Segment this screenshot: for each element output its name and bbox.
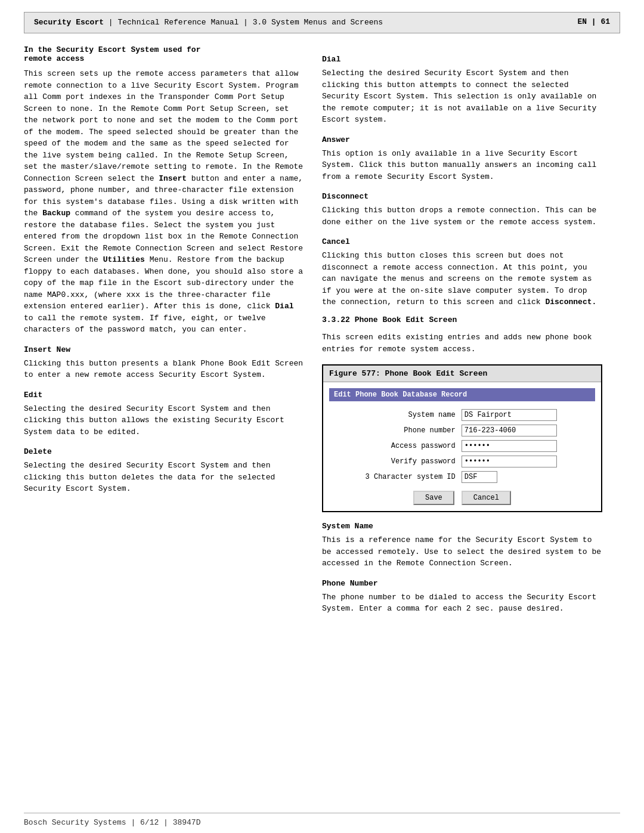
disconnect-text: Clicking this button drops a remote conn… xyxy=(322,205,602,228)
input-access-password[interactable] xyxy=(462,440,557,452)
save-button[interactable]: Save xyxy=(413,491,454,505)
label-system-name: System name xyxy=(329,407,458,423)
page-wrapper: Security Escort | Technical Reference Ma… xyxy=(0,0,644,833)
cancel-form-button[interactable]: Cancel xyxy=(462,491,511,505)
input-system-id[interactable] xyxy=(462,471,497,483)
section-number-title: 3.3.22 Phone Book Edit Screen xyxy=(322,314,602,326)
form-title-bar: Edit Phone Book Database Record xyxy=(329,388,595,401)
cancel-text: Clicking this button closes this screen … xyxy=(322,250,602,308)
input-phone-number[interactable] xyxy=(462,425,557,436)
dial-heading: Dial xyxy=(322,55,602,64)
input-verify-password-cell xyxy=(458,454,595,469)
label-access-password: Access password xyxy=(329,438,458,454)
input-system-name[interactable] xyxy=(462,409,557,421)
insert-new-text: Clicking this button presents a blank Ph… xyxy=(24,358,304,381)
form-row-system-id: 3 Character system ID xyxy=(329,469,595,485)
header-title-bold: Security Escort xyxy=(34,18,104,27)
phone-number-heading: Phone Number xyxy=(322,579,602,588)
form-row-phone-number: Phone number xyxy=(329,423,595,438)
answer-heading: Answer xyxy=(322,135,602,144)
input-system-name-cell xyxy=(458,407,595,423)
label-verify-password: Verify password xyxy=(329,454,458,469)
header-left: Security Escort | Technical Reference Ma… xyxy=(34,17,383,28)
form-table: System name Phone number A xyxy=(329,407,595,485)
form-row-access-password: Access password xyxy=(329,438,595,454)
figure-content: Edit Phone Book Database Record System n… xyxy=(323,382,601,511)
edit-heading: Edit xyxy=(24,391,304,400)
system-name-heading: System Name xyxy=(322,522,602,531)
intro-paragraph: This screen sets up the remote access pa… xyxy=(24,68,304,336)
left-column: In the Security Escort System used for r… xyxy=(24,45,304,801)
disconnect-heading: Disconnect xyxy=(322,192,602,201)
main-heading: In the Security Escort System used for r… xyxy=(24,45,304,63)
footer: Bosch Security Systems | 6/12 | 38947D xyxy=(24,813,620,827)
input-access-password-cell xyxy=(458,438,595,454)
input-verify-password[interactable] xyxy=(462,456,557,467)
phone-number-text: The phone number to be dialed to access … xyxy=(322,592,602,615)
header-page-number: EN | 61 xyxy=(577,17,610,26)
content-area: In the Security Escort System used for r… xyxy=(24,45,620,801)
system-name-text: This is a reference name for the Securit… xyxy=(322,534,602,569)
insert-new-heading: Insert New xyxy=(24,345,304,354)
header-bar: Security Escort | Technical Reference Ma… xyxy=(24,12,620,33)
footer-text: Bosch Security Systems | 6/12 | 38947D xyxy=(24,818,200,827)
header-title-text: | Technical Reference Manual | 3.0 Syste… xyxy=(104,18,383,27)
delete-heading: Delete xyxy=(24,447,304,456)
form-row-verify-password: Verify password xyxy=(329,454,595,469)
form-buttons: Save Cancel xyxy=(329,491,595,505)
right-column: Dial Selecting the desired Security Esco… xyxy=(322,45,602,801)
input-system-id-cell xyxy=(458,469,595,485)
figure-caption: Figure 577: Phone Book Edit Screen xyxy=(323,366,601,382)
edit-text: Selecting the desired Security Escort Sy… xyxy=(24,403,304,438)
delete-text: Selecting the desired Security Escort Sy… xyxy=(24,460,304,495)
dial-text: Selecting the desired Security Escort Sy… xyxy=(322,67,602,126)
figure-box: Figure 577: Phone Book Edit Screen Edit … xyxy=(322,364,602,512)
answer-text: This option is only available in a live … xyxy=(322,148,602,183)
cancel-heading: Cancel xyxy=(322,237,602,246)
section-intro: This screen edits existing entries and a… xyxy=(322,332,602,355)
form-row-system-name: System name xyxy=(329,407,595,423)
input-phone-number-cell xyxy=(458,423,595,438)
label-system-id: 3 Character system ID xyxy=(329,469,458,485)
label-phone-number: Phone number xyxy=(329,423,458,438)
